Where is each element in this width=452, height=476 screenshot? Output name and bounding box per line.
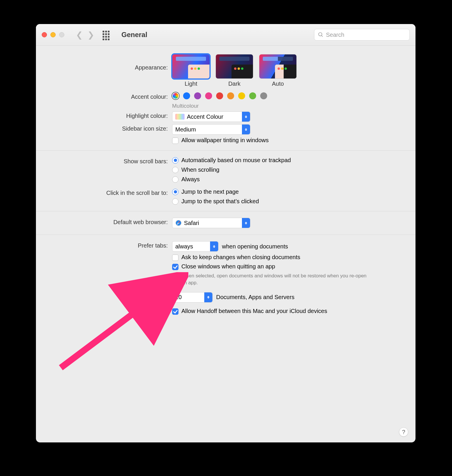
prefs-window: ❮ ❯ General Search Appearance: — [36, 24, 415, 442]
safari-icon — [175, 220, 182, 226]
content-area: Appearance: Light — [36, 46, 415, 316]
back-button[interactable]: ❮ — [75, 30, 83, 40]
click-scroll-label: Click in the scroll bar to: — [48, 188, 172, 196]
appearance-light[interactable] — [172, 54, 210, 79]
chevron-updown-icon — [242, 112, 250, 122]
accent-multicolour[interactable] — [172, 92, 179, 99]
appearance-auto[interactable] — [259, 54, 297, 79]
toolbar: ❮ ❯ General Search — [36, 24, 415, 46]
checkbox-icon — [172, 308, 178, 315]
radio-icon — [172, 189, 178, 195]
radio-icon — [172, 198, 178, 205]
wallpaper-tint-checkbox[interactable]: Allow wallpaper tinting in windows — [172, 137, 404, 144]
search-icon — [318, 32, 324, 38]
tabs-suffix: when opening documents — [222, 243, 288, 250]
scroll-always-radio[interactable]: Always — [172, 176, 404, 183]
appearance-light-label: Light — [185, 80, 197, 87]
accent-red[interactable] — [216, 92, 223, 99]
radio-icon — [172, 176, 178, 183]
search-placeholder: Search — [326, 32, 344, 38]
ask-keep-checkbox[interactable]: Ask to keep changes when closing documen… — [172, 254, 404, 261]
appearance-options: Light Dark — [172, 54, 404, 87]
tabs-select[interactable]: always — [172, 241, 218, 252]
appearance-dark[interactable] — [216, 54, 253, 79]
accent-green[interactable] — [249, 92, 256, 99]
handoff-checkbox[interactable]: Allow Handoff between this Mac and your … — [172, 308, 404, 315]
close-window-button[interactable] — [42, 32, 47, 37]
svg-point-0 — [319, 33, 322, 36]
accent-selected-name: Multicolour — [172, 103, 404, 109]
click-next-label: Jump to the next page — [181, 188, 239, 195]
checkbox-icon — [172, 264, 178, 270]
scroll-always-label: Always — [181, 176, 200, 183]
scroll-when-label: When scrolling — [181, 166, 219, 173]
chevron-updown-icon — [242, 125, 250, 134]
click-spot-radio[interactable]: Jump to the spot that’s clicked — [172, 198, 404, 205]
tabs-value: always — [175, 243, 193, 250]
sidebar-size-label: Sidebar icon size: — [48, 124, 172, 132]
accent-graphite[interactable] — [260, 92, 267, 99]
scroll-auto-radio[interactable]: Automatically based on mouse or trackpad — [172, 157, 404, 164]
appearance-dark-label: Dark — [228, 80, 240, 87]
tabs-label: Prefer tabs: — [48, 241, 172, 249]
appearance-label: Appearance: — [48, 54, 172, 71]
browser-label: Default web browser: — [48, 218, 172, 226]
ask-keep-label: Ask to keep changes when closing documen… — [181, 254, 300, 261]
accent-pink[interactable] — [205, 92, 212, 99]
scroll-when-radio[interactable]: When scrolling — [172, 166, 404, 173]
help-button[interactable]: ? — [399, 427, 408, 437]
handoff-label: Allow Handoff between this Mac and your … — [181, 308, 327, 314]
accent-orange[interactable] — [227, 92, 234, 99]
browser-value: Safari — [184, 220, 199, 226]
zoom-window-button — [59, 32, 64, 37]
minimize-window-button[interactable] — [50, 32, 56, 37]
checkbox-icon — [172, 255, 178, 261]
close-windows-label: Close windows when quitting an app — [181, 263, 275, 270]
click-next-page-radio[interactable]: Jump to the next page — [172, 188, 404, 195]
checkbox-icon — [172, 138, 178, 144]
close-windows-help: When selected, open documents and window… — [181, 272, 373, 286]
accent-blue[interactable] — [183, 92, 190, 99]
radio-icon — [172, 167, 178, 173]
highlight-label: Highlight colour: — [48, 111, 172, 119]
sidebar-size-value: Medium — [175, 126, 196, 133]
scroll-auto-label: Automatically based on mouse or trackpad — [181, 157, 291, 164]
accent-yellow[interactable] — [238, 92, 245, 99]
accent-purple[interactable] — [194, 92, 201, 99]
appearance-auto-label: Auto — [272, 80, 284, 87]
chevron-updown-icon — [242, 218, 250, 228]
window-title: General — [121, 31, 147, 39]
recent-suffix: Documents, Apps and Servers — [216, 294, 294, 301]
highlight-value: Accent Colour — [187, 113, 223, 120]
search-field[interactable]: Search — [314, 29, 410, 41]
forward-button: ❯ — [87, 30, 95, 40]
recent-label: Recent items: — [48, 292, 172, 300]
radio-icon — [172, 157, 178, 164]
svg-line-1 — [322, 36, 323, 37]
recent-select[interactable]: 10 — [172, 292, 213, 303]
highlight-select[interactable]: Accent Colour — [172, 111, 250, 122]
sidebar-size-select[interactable]: Medium — [172, 124, 250, 135]
recent-value: 10 — [175, 294, 182, 301]
chevron-updown-icon — [210, 241, 218, 251]
window-controls — [42, 32, 64, 37]
accent-color-group — [172, 92, 404, 99]
accent-label: Accent colour: — [48, 92, 172, 100]
chevron-updown-icon — [204, 292, 212, 302]
wallpaper-tint-label: Allow wallpaper tinting in windows — [181, 137, 269, 144]
scrollbars-label: Show scroll bars: — [48, 157, 172, 165]
show-all-icon[interactable] — [103, 31, 111, 39]
click-spot-label: Jump to the spot that’s clicked — [181, 198, 259, 205]
highlight-swatch-icon — [175, 114, 185, 120]
browser-select[interactable]: Safari — [172, 218, 250, 228]
close-windows-checkbox[interactable]: Close windows when quitting an app — [172, 263, 404, 270]
